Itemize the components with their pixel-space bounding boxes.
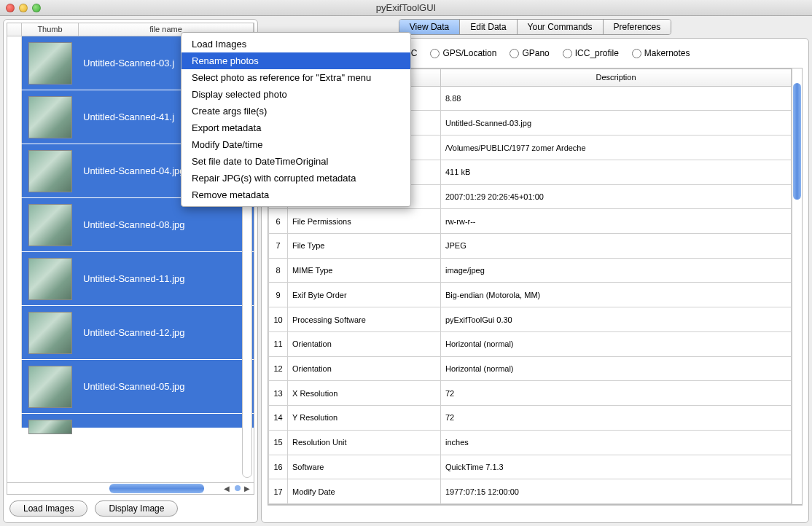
tab-preferences[interactable]: Preferences <box>604 20 671 34</box>
meta-row[interactable]: 16SoftwareQuickTime 7.1.3 <box>269 455 792 479</box>
meta-value: Big-endian (Motorola, MM) <box>441 283 792 307</box>
meta-row-num: 15 <box>269 430 288 455</box>
thumbnail-icon <box>28 366 72 408</box>
file-name-label: Untitled-Scanned-05.jpg <box>79 360 254 413</box>
meta-row[interactable]: 8MIME Typeimage/jpeg <box>269 258 792 283</box>
meta-value: Horizontal (normal) <box>441 331 792 356</box>
meta-value: pyExifToolGui 0.30 <box>441 307 792 332</box>
meta-value: 2007:01:29 20:26:45+01:00 <box>441 184 792 209</box>
radio-gpano[interactable]: GPano <box>510 48 549 58</box>
meta-value: 72 <box>441 406 792 431</box>
meta-value: QuickTime 7.1.3 <box>441 455 792 479</box>
thumbnail-icon <box>28 312 72 354</box>
file-row[interactable]: 5Untitled-Scanned-11.jpg <box>7 252 254 306</box>
file-list-hscroll[interactable]: ◀ ▶ <box>7 482 254 494</box>
menu-item-modify-date-time[interactable]: Modify Date/time <box>181 136 410 153</box>
meta-row-num: 8 <box>269 258 288 283</box>
meta-tag: Modify Date <box>288 479 441 504</box>
menu-item-load-images[interactable]: Load Images <box>181 36 410 52</box>
radio-makernotes[interactable]: Makernotes <box>632 48 690 58</box>
meta-value: 72 <box>441 381 792 406</box>
menu-item-display-selected-photo[interactable]: Display selected photo <box>181 86 410 103</box>
meta-tag: File Permissions <box>288 209 441 234</box>
meta-tag: Orientation <box>288 356 441 381</box>
meta-row-num: 17 <box>269 479 288 504</box>
meta-value: 411 kB <box>441 160 792 184</box>
thumbnail-icon <box>28 150 72 192</box>
meta-row-num: 16 <box>269 455 288 479</box>
file-name-label: Untitled-Scanned-11.jpg <box>79 252 254 305</box>
file-row[interactable]: 7Untitled-Scanned-05.jpg <box>7 360 254 414</box>
meta-value: Untitled-Scanned-03.jpg <box>441 111 792 136</box>
thumbnail-icon <box>28 258 72 300</box>
meta-row[interactable]: 17Modify Date1977:07:15 12:00:00 <box>269 479 792 504</box>
radio-icc-profile[interactable]: ICC_profile <box>563 48 619 58</box>
meta-tag: Exif Byte Order <box>288 283 441 307</box>
thumbnail-icon <box>28 96 72 138</box>
meta-value: 1977:07:15 12:00:00 <box>441 479 792 504</box>
meta-row[interactable]: 7File TypeJPEG <box>269 234 792 259</box>
meta-row[interactable]: 15Resolution Unitinches <box>269 430 792 455</box>
meta-value: Horizontal (normal) <box>441 356 792 381</box>
meta-row-num: 12 <box>269 356 288 381</box>
meta-row[interactable]: 9Exif Byte OrderBig-endian (Motorola, MM… <box>269 283 792 307</box>
meta-tag: X Resolution <box>288 381 441 406</box>
meta-row[interactable]: 14Y Resolution72 <box>269 406 792 431</box>
file-row-index: 4 <box>7 198 22 251</box>
meta-tag: Software <box>288 455 441 479</box>
window-title: pyExifToolGUI <box>0 2 812 13</box>
meta-row[interactable]: 12OrientationHorizontal (normal) <box>269 356 792 381</box>
thumbnail-icon <box>28 204 72 246</box>
meta-value: image/jpeg <box>441 258 792 283</box>
menu-item-export-metadata[interactable]: Export metadata <box>181 119 410 136</box>
meta-row[interactable]: 13X Resolution72 <box>269 381 792 406</box>
main-tabs: View DataEdit DataYour CommandsPreferenc… <box>399 19 671 35</box>
meta-row-num: 11 <box>269 331 288 356</box>
meta-tag: Processing Software <box>288 307 441 332</box>
metadata-hscroll[interactable] <box>268 505 803 517</box>
meta-row-num: 9 <box>269 283 288 307</box>
title-bar: pyExifToolGUI <box>0 0 812 16</box>
tab-your-commands[interactable]: Your Commands <box>518 20 604 34</box>
file-row-index: 6 <box>7 306 22 359</box>
scroll-right-icon[interactable]: ▶ <box>242 484 252 494</box>
meta-row[interactable]: 11OrientationHorizontal (normal) <box>269 331 792 356</box>
scroll-left-icon[interactable]: ◀ <box>222 484 232 494</box>
file-row[interactable]: 6Untitled-Scanned-12.jpg <box>7 306 254 360</box>
meta-tag: File Type <box>288 234 441 259</box>
menu-item-repair-jpg-s-with-corrupted-metadata[interactable]: Repair JPG(s) with corrupted metadata <box>181 170 410 187</box>
menu-item-create-args-file-s[interactable]: Create args file(s) <box>181 103 410 119</box>
meta-row-num: 14 <box>269 406 288 431</box>
context-menu: Load ImagesRename photosSelect photo as … <box>181 32 411 207</box>
tab-edit-data[interactable]: Edit Data <box>460 20 517 34</box>
load-images-button[interactable]: Load Images <box>9 501 87 517</box>
meta-value: 8.88 <box>441 86 792 111</box>
file-row-index: 5 <box>7 252 22 305</box>
meta-row[interactable]: 10Processing SoftwarepyExifToolGui 0.30 <box>269 307 792 332</box>
menu-item-select-photo-as-reference-for-extra-menu[interactable]: Select photo as reference for "Extra" me… <box>181 69 410 86</box>
meta-row-num: 7 <box>269 234 288 259</box>
file-row-index: 7 <box>7 360 22 413</box>
meta-row[interactable]: 6File Permissionsrw-rw-r-- <box>269 209 792 234</box>
col-description: Description <box>441 69 792 87</box>
meta-value: inches <box>441 430 792 455</box>
metadata-vscroll[interactable] <box>792 68 802 504</box>
menu-item-remove-metadata[interactable]: Remove metadata <box>181 187 410 203</box>
thumbnail-icon <box>28 42 72 85</box>
menu-item-set-file-date-to-datetimeoriginal[interactable]: Set file date to DateTimeOriginal <box>181 153 410 170</box>
meta-tag: Resolution Unit <box>288 430 441 455</box>
meta-row-num: 13 <box>269 381 288 406</box>
file-row-index: 1 <box>7 36 22 90</box>
meta-row-num: 10 <box>269 307 288 332</box>
display-image-button[interactable]: Display Image <box>95 501 178 517</box>
col-thumb[interactable]: Thumb <box>22 23 79 36</box>
meta-row-num: 6 <box>269 209 288 234</box>
file-row-index: 2 <box>7 90 22 144</box>
meta-tag: MIME Type <box>288 258 441 283</box>
radio-gps-location[interactable]: GPS/Location <box>430 48 496 58</box>
menu-item-rename-photos[interactable]: Rename photos <box>181 52 410 69</box>
meta-value: rw-rw-r-- <box>441 209 792 234</box>
file-name-label: Untitled-Scanned-12.jpg <box>79 306 254 359</box>
thumbnail-icon <box>28 420 72 434</box>
meta-tag: Orientation <box>288 331 441 356</box>
